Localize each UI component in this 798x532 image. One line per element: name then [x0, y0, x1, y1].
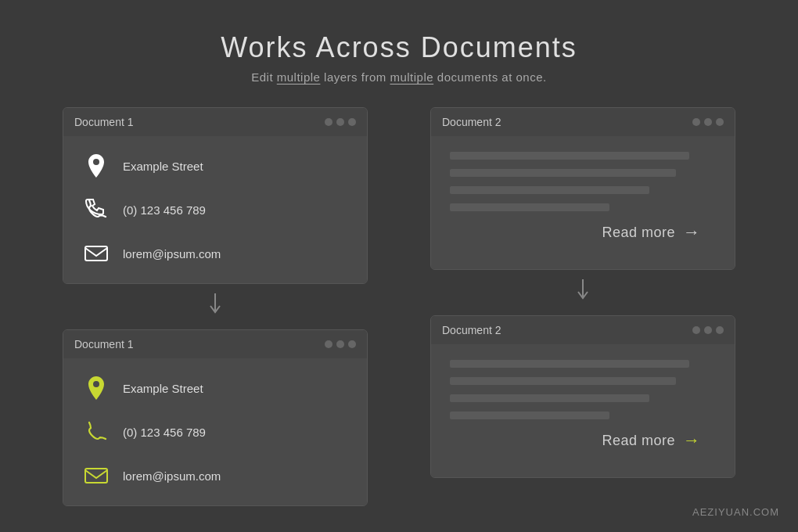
doc2-bottom-titlebar: Document 2 [431, 316, 735, 344]
page-subtitle: Edit multiple layers from multiple docum… [221, 70, 577, 84]
page-header: Works Across Documents Edit multiple lay… [221, 31, 577, 84]
arrow-down-right [573, 279, 592, 306]
text-line-8 [450, 412, 609, 419]
contact-address-row-bottom: Example Street [82, 374, 348, 402]
doc2-top-content: Read more → [431, 136, 735, 269]
text-line-5 [450, 360, 689, 368]
email-text-bottom: lorem@ipsum.com [123, 469, 221, 483]
dot-9 [716, 118, 724, 126]
dot-3 [348, 118, 356, 126]
doc2-bottom-dots [692, 326, 724, 334]
dot-12 [716, 326, 724, 334]
doc1-top-dots [325, 118, 356, 126]
doc1-bottom-titlebar: Document 1 [63, 330, 367, 358]
dot-5 [336, 340, 344, 348]
doc1-top-titlebar: Document 1 [63, 108, 367, 136]
doc1-top-column: Document 1 Example Street [47, 107, 383, 506]
doc2-bottom-content: Read more → [431, 344, 735, 477]
text-line-7 [450, 394, 649, 402]
subtitle-pre: Edit [251, 70, 277, 84]
dot-1 [325, 118, 332, 126]
subtitle-mid: layers from [320, 70, 390, 84]
contact-phone-row-top: (0) 123 456 789 [82, 196, 348, 224]
dot-4 [325, 340, 332, 348]
text-line-3 [450, 186, 649, 194]
dot-10 [692, 326, 700, 334]
read-more-row-bottom: Read more → [450, 419, 716, 462]
dot-2 [336, 118, 344, 126]
doc1-top-window: Document 1 Example Street [63, 107, 368, 284]
subtitle-word1: multiple [277, 70, 321, 84]
contact-email-row-bottom: lorem@ipsum.com [82, 462, 348, 490]
read-more-arrow-bottom: → [683, 430, 700, 451]
watermark: AEZIYUAN.COM [692, 506, 779, 518]
phone-text-bottom: (0) 123 456 789 [123, 426, 206, 439]
text-line-1 [450, 152, 689, 160]
doc2-top-dots [692, 118, 724, 126]
location-icon-top [82, 152, 110, 180]
dot-11 [704, 326, 712, 334]
page-title: Works Across Documents [221, 31, 577, 64]
address-text-bottom: Example Street [123, 382, 203, 395]
doc1-bottom-window: Document 1 Example Street [63, 329, 368, 506]
email-icon-bottom [82, 462, 110, 490]
arrow-down-left [206, 293, 225, 320]
doc2-bottom-title: Document 2 [442, 324, 501, 336]
email-text-top: lorem@ipsum.com [123, 247, 221, 261]
contact-email-row-top: lorem@ipsum.com [82, 239, 348, 268]
phone-icon-bottom [82, 418, 110, 446]
doc1-top-title: Document 1 [74, 116, 133, 128]
contact-phone-row-bottom: (0) 123 456 789 [82, 418, 348, 446]
text-line-4 [450, 203, 609, 211]
svg-rect-2 [85, 469, 107, 483]
doc1-bottom-dots [325, 340, 356, 348]
dot-6 [348, 340, 356, 348]
svg-rect-0 [85, 246, 107, 261]
text-line-6 [450, 377, 676, 385]
doc2-top-window: Document 2 Read more → [430, 107, 735, 270]
doc2-bottom-window: Document 2 Read more → [430, 315, 735, 478]
doc2-top-titlebar: Document 2 [431, 108, 735, 136]
dot-7 [692, 118, 700, 126]
contact-address-row-top: Example Street [82, 152, 348, 180]
doc1-bottom-title: Document 1 [74, 338, 133, 350]
read-more-arrow-top: → [683, 222, 700, 243]
subtitle-word2: multiple [390, 70, 433, 84]
email-icon-top [82, 239, 110, 268]
doc1-top-content: Example Street (0) 123 456 789 lorem@ips… [63, 136, 367, 283]
doc1-bottom-content: Example Street (0) 123 456 789 lorem@ips… [63, 358, 367, 505]
dot-8 [704, 118, 712, 126]
read-more-text-top[interactable]: Read more [602, 225, 675, 241]
doc2-right-column: Document 2 Read more → [415, 107, 751, 506]
text-line-2 [450, 169, 676, 177]
location-icon-bottom [82, 374, 110, 402]
address-text-top: Example Street [123, 160, 203, 173]
doc2-top-title: Document 2 [442, 116, 501, 128]
read-more-text-bottom[interactable]: Read more [602, 433, 675, 449]
subtitle-post: documents at once. [433, 70, 547, 84]
phone-icon-top [82, 196, 110, 224]
phone-text-top: (0) 123 456 789 [123, 203, 206, 217]
read-more-row-top: Read more → [450, 211, 716, 253]
